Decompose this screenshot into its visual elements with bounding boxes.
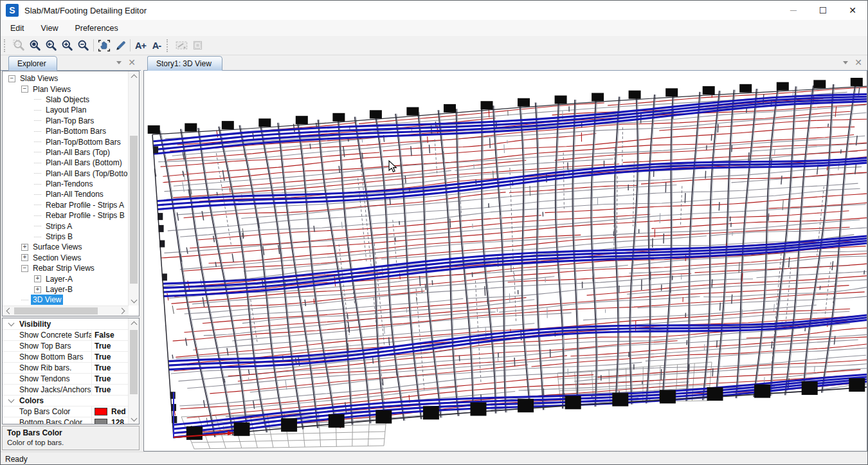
scroll-down-icon[interactable] [131,296,137,303]
tree-item-surface-views[interactable]: +Surface Views [3,242,128,252]
tree-item-3d-view[interactable]: 3D View [3,295,128,305]
tree-item-layer-b[interactable]: +Layer-B [3,284,128,295]
property-value: False [95,331,114,340]
tree-item-rebar-profile-strips-b[interactable]: Rebar Profile - Strips B [3,210,128,221]
font-increase-button[interactable]: A+ [132,37,149,53]
tree-item-plan-all-bars-top-[interactable]: Plan-All Bars (Top) [3,147,128,158]
tree-item-strips-a[interactable]: Strips A [3,221,128,231]
property-value-cell[interactable]: True [91,385,128,395]
tree-item-rebar-profile-strips-a[interactable]: Rebar Profile - Strips A [3,200,128,210]
property-value-cell[interactable]: True [91,341,128,351]
view-3d-svg[interactable] [144,71,867,451]
property-value-cell[interactable]: Red [91,406,128,417]
tree-horizontal-scrollbar[interactable] [3,305,129,316]
property-value-cell[interactable]: 128, [91,417,128,424]
tree-connector [34,99,41,100]
property-row-show-rib-bars-[interactable]: Show Rib bars.True [3,363,128,374]
property-row-show-tendons[interactable]: Show TendonsTrue [3,374,128,385]
property-value-cell[interactable]: True [91,374,128,384]
document-tab-label: Story1: 3D View [156,59,212,68]
toolbar-separator [130,39,131,51]
menu-edit[interactable]: Edit [3,21,32,35]
scroll-down-icon[interactable] [131,415,137,421]
color-swatch [95,408,107,415]
zoom-in-button[interactable] [59,37,75,53]
property-row-show-jacks-anchors[interactable]: Show Jacks/AnchorsTrue [3,385,128,396]
window-title: Slab/Mat/Footing Detailing Editor [24,6,147,15]
mesh-style-button [190,37,206,53]
tree-item-rebar-strip-views[interactable]: −Rebar Strip Views [3,263,128,273]
property-value-cell[interactable]: True [91,352,128,362]
property-value-cell[interactable]: True [91,363,128,373]
tree-item-plan-all-tendons[interactable]: Plan-All Tendons [3,189,128,199]
zoom-out-button[interactable] [75,37,91,53]
font-decrease-button[interactable]: A- [149,37,165,53]
tree-expander-plus-icon[interactable]: + [21,254,28,261]
explorer-close-icon[interactable]: ✕ [128,59,136,66]
property-row-top-bars-color[interactable]: Top Bars ColorRed [3,406,128,417]
tree-item-label: Rebar Profile - Strips B [44,210,127,221]
tree-vscroll-thumb[interactable] [130,136,138,284]
zoom-fit-button[interactable] [27,37,43,53]
property-row-bottom-bars-color[interactable]: Bottom Bars Color128, [3,417,128,424]
properties-vscroll-thumb[interactable] [130,330,138,394]
tree-expander-minus-icon[interactable]: − [21,265,28,272]
menu-preferences[interactable]: Preferences [68,21,125,35]
tab-explorer[interactable]: Explorer [8,56,57,71]
tree-expander-plus-icon[interactable]: + [34,286,41,293]
tree-expander-minus-icon[interactable]: − [21,86,28,93]
explorer-dropdown-icon[interactable] [116,61,122,64]
tree-item-plan-views[interactable]: −Plan Views [3,84,128,94]
property-row-show-concrete-surfaces[interactable]: Show Concrete SurfacesFalse [3,330,128,341]
property-row-show-top-bars[interactable]: Show Top BarsTrue [3,341,128,352]
scroll-up-icon[interactable] [131,74,137,80]
tree-item-layout-plan[interactable]: Layout Plan [3,105,128,115]
tree-connector [34,110,41,111]
tree-item-plan-top-bars[interactable]: Plan-Top Bars [3,116,128,126]
scroll-right-icon[interactable] [119,308,125,315]
property-category-colors[interactable]: Colors [3,396,128,406]
tree-vertical-scrollbar[interactable] [128,71,139,305]
tree-expander-plus-icon[interactable]: + [21,244,28,251]
tree-item-plan-tendons[interactable]: Plan-Tendons [3,179,128,189]
tree-item-label: Strips B [44,232,75,242]
maximize-button[interactable]: ☐ [808,1,838,20]
tree-expander-plus-icon[interactable]: + [34,275,41,282]
tree-item-label: Plan-All Bars (Top/Bottom) [44,169,128,179]
tree-item-strips-b[interactable]: Strips B [3,232,128,242]
tree-item-slab-objects[interactable]: Slab Objects [3,95,128,105]
minimize-button[interactable]: ─ [779,1,808,20]
property-row-show-bottom-bars[interactable]: Show Bottom BarsTrue [3,352,128,363]
tree-item-plan-all-bars-top-bottom-[interactable]: Plan-All Bars (Top/Bottom) [3,169,128,179]
pan-button[interactable] [96,37,112,53]
close-button[interactable]: ✕ [838,1,867,20]
tree-hscroll-thumb[interactable] [14,307,98,315]
tree-item-slab-views[interactable]: −Slab Views [3,73,128,84]
tree-connector [34,131,41,132]
property-value-cell[interactable]: False [91,330,128,340]
menu-view[interactable]: View [34,21,66,35]
document-dropdown-icon[interactable] [843,61,848,64]
tree-expander-minus-icon[interactable]: − [8,75,15,82]
scroll-up-icon[interactable] [131,321,137,327]
edit-pen-button[interactable] [112,37,128,53]
tree-item-section-views[interactable]: +Section Views [3,253,128,263]
tree-item-plan-bottom-bars[interactable]: Plan-Bottom Bars [3,126,128,136]
tree-item-layer-a[interactable]: +Layer-A [3,273,128,284]
properties-vertical-scrollbar[interactable] [128,318,139,424]
view-3d[interactable] [143,71,867,451]
scroll-left-icon[interactable] [6,308,13,315]
tab-story1-3d-view[interactable]: Story1: 3D View [147,56,222,71]
tree-item-plan-all-bars-bottom-[interactable]: Plan-All Bars (Bottom) [3,158,128,168]
document-close-icon[interactable]: ✕ [854,59,862,66]
tree-item-label: Plan-Tendons [44,179,95,189]
tree-item-label: Rebar Strip Views [31,263,96,273]
title-bar: S Slab/Mat/Footing Detailing Editor ─ ☐ … [1,1,867,20]
tree-item-label: Slab Objects [44,95,91,105]
category-collapse-icon[interactable] [8,320,14,327]
tree-item-plan-top-bottom-bars[interactable]: Plan-Top/Bottom Bars [3,136,128,147]
category-collapse-icon[interactable] [8,397,14,403]
tree-item-label: Surface Views [31,242,84,252]
property-category-visibility[interactable]: Visibility [3,319,128,330]
zoom-previous-button[interactable] [43,37,59,53]
